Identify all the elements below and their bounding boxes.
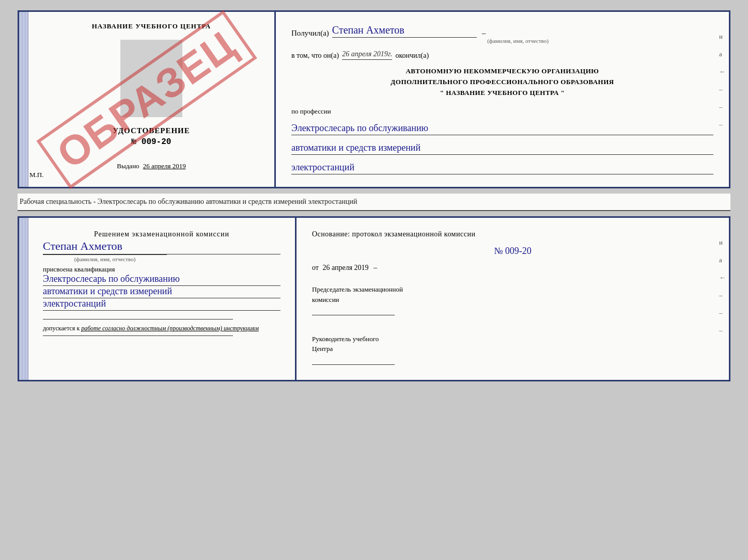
top-left-panel: НАЗВАНИЕ УЧЕБНОГО ЦЕНТРА УДОСТОВЕРЕНИЕ №…	[18, 10, 276, 188]
mp-label: М.П.	[29, 171, 43, 179]
rukovoditel-signature-line	[312, 364, 395, 365]
rukovoditel-block: Руководитель учебного Центра	[312, 334, 713, 368]
vtom-date: 26 апреля 2019г.	[342, 50, 392, 60]
vtom-row: в том, что он(а) 26 апреля 2019г. окончи…	[291, 50, 713, 60]
predsedatel-signature-line	[312, 315, 395, 315]
profession-line-3: электростанций	[291, 162, 713, 174]
spine-decoration	[19, 12, 28, 187]
osnovanie-text: Основание: протокол экзаменационной коми…	[312, 230, 713, 238]
school-name-top: НАЗВАНИЕ УЧЕБНОГО ЦЕНТРА	[92, 22, 211, 30]
top-right-sidebar: и а ← – – –	[719, 33, 726, 129]
spine-decoration-bottom	[19, 218, 28, 380]
dopuskaetsya-text: допускается к работе согласно должностны…	[43, 325, 280, 332]
bottom-left-panel: Решением экзаменационной комиссии Степан…	[18, 216, 297, 381]
qualification-line-1: Электрослесарь по обслуживанию	[43, 274, 280, 286]
vydano-label: Выдано 26 апреля 2019	[117, 162, 185, 170]
poluchil-label: Получил(а)	[291, 29, 329, 38]
org-block: АВТОНОМНУЮ НЕКОММЕРЧЕСКУЮ ОРГАНИЗАЦИЮ ДО…	[291, 66, 713, 98]
top-document-container: НАЗВАНИЕ УЧЕБНОГО ЦЕНТРА УДОСТОВЕРЕНИЕ №…	[18, 10, 730, 188]
qualification-line-2: автоматики и средств измерений	[43, 286, 280, 298]
prisvoena-text: присвоена квалификация	[43, 265, 280, 274]
recipient-name: Степан Ахметов	[332, 24, 477, 38]
bottom-right-panel: Основание: протокол экзаменационной коми…	[297, 216, 730, 381]
top-right-panel: Получил(а) Степан Ахметов – (фамилия, им…	[276, 10, 730, 188]
poluchil-row: Получил(а) Степан Ахметов – (фамилия, им…	[291, 24, 713, 44]
fio-sublabel-top: (фамилия, имя, отчество)	[322, 38, 713, 44]
qualification-line-3: электростанций	[43, 298, 280, 311]
middle-specialty-text: Рабочая специальность - Электрослесарь п…	[18, 194, 730, 211]
person-name-bottom: Степан Ахметов	[43, 239, 280, 254]
protocol-date: от 26 апреля 2019 –	[312, 264, 713, 272]
certificate-number: № 009-20	[132, 137, 172, 147]
bottom-document-container: Решением экзаменационной комиссии Степан…	[18, 216, 730, 381]
profession-line-2: автоматики и средств измерений	[291, 142, 713, 155]
dopusk-italic: работе согласно должностным (производств…	[81, 325, 259, 332]
udostoverenie-label: УДОСТОВЕРЕНИЕ	[113, 126, 190, 135]
profession-line-1: Электрослесарь по обслуживанию	[291, 123, 713, 135]
bottom-right-sidebar: и а ← – – –	[719, 238, 726, 334]
photo-placeholder	[120, 40, 182, 117]
po-professii: по профессии	[291, 107, 713, 116]
predsedatel-block: Председатель экзаменационной комиссии	[312, 284, 713, 318]
fio-sublabel-bottom: (фамилия, имя, отчество)	[43, 254, 167, 262]
protocol-number: № 009-20	[312, 246, 713, 257]
resheniem-text: Решением экзаменационной комиссии	[43, 230, 280, 238]
